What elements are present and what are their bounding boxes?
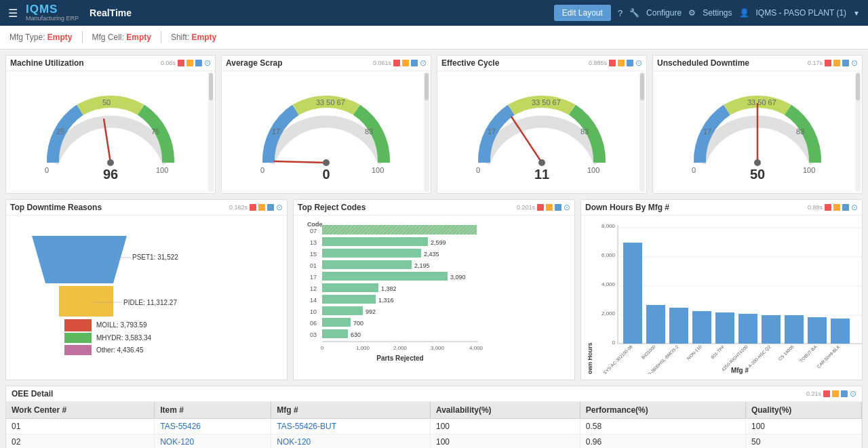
svg-text:2,599: 2,599: [431, 239, 446, 246]
widget-controls-oee: 0.21s ⊙: [806, 389, 856, 399]
svg-text:13: 13: [310, 239, 317, 246]
svg-text:BIO1000: BIO1000: [641, 344, 656, 359]
svg-rect-32: [64, 345, 92, 355]
cell-item[interactable]: NOK-120: [155, 434, 271, 449]
mfg-cell-filter[interactable]: Mfg Cell: Empty: [92, 31, 161, 43]
user-icon: 👤: [739, 8, 749, 18]
cell-item[interactable]: TAS-55426: [155, 419, 271, 434]
svg-text:1,316: 1,316: [378, 297, 394, 304]
settings-link[interactable]: Settings: [703, 8, 732, 18]
svg-text:2,435: 2,435: [424, 251, 439, 258]
shift-filter[interactable]: Shift: Empty: [171, 31, 226, 43]
dh-settings[interactable]: ⊙: [851, 203, 858, 212]
svg-text:CAR-50#9-BLK: CAR-50#9-BLK: [816, 344, 841, 369]
scrollbar-scrap[interactable]: [424, 72, 429, 192]
menu-icon[interactable]: ☰: [8, 7, 18, 20]
scrap-settings[interactable]: ⊙: [420, 58, 427, 68]
widget-top-downtime: Top Downtime Reasons 0.162s ⊙: [5, 199, 288, 380]
svg-text:8,000: 8,000: [601, 223, 616, 229]
svg-text:2,195: 2,195: [414, 262, 430, 269]
configure-link[interactable]: Configure: [646, 8, 682, 18]
svg-text:Code: Code: [307, 221, 323, 228]
widget-header-machine: Machine Utilization 0.06s ⊙: [6, 56, 215, 71]
svg-text:10: 10: [310, 308, 317, 315]
widget-down-hours: Down Hours By Mfg # 0.88s ⊙ 8,000 6,000 …: [580, 199, 863, 380]
svg-rect-57: [322, 318, 351, 327]
svg-rect-49: [322, 272, 448, 281]
col-performance: Performance(%): [580, 402, 745, 419]
svg-text:0: 0: [321, 345, 324, 351]
dh-yellow: [833, 204, 840, 211]
svg-rect-45: [322, 249, 421, 258]
settings-icon[interactable]: ⊙: [204, 58, 211, 68]
svg-text:06: 06: [310, 320, 317, 327]
svg-text:15: 15: [310, 251, 317, 258]
help-button[interactable]: ?: [618, 8, 623, 18]
dh-blue: [842, 204, 849, 211]
effective-cycle-title: Effective Cycle: [441, 58, 499, 68]
header-right: Edit Layout ? 🔧 Configure ⚙ Settings 👤 I…: [554, 5, 860, 21]
user-dropdown-icon[interactable]: ▼: [853, 9, 860, 17]
mfg-type-filter[interactable]: Mfg Type: Empty: [9, 31, 83, 43]
cell-mfg[interactable]: TAS-55426-BUT: [271, 419, 431, 434]
svg-text:Parts Rejected: Parts Rejected: [376, 354, 423, 362]
svg-rect-51: [322, 283, 378, 292]
scrollbar-downtime[interactable]: [855, 72, 861, 192]
cell-availability: 100: [430, 419, 580, 434]
svg-text:6,000: 6,000: [601, 252, 616, 258]
svg-rect-99: [808, 317, 827, 344]
svg-text:14: 14: [310, 297, 317, 304]
oee-title: OEE Detail: [12, 389, 53, 399]
scrollbar-machine[interactable]: [208, 72, 214, 192]
svg-text:100: 100: [372, 166, 384, 174]
svg-text:0: 0: [260, 166, 264, 174]
svg-text:CS 14005: CS 14005: [777, 344, 795, 361]
scrollbar-cycle[interactable]: [639, 72, 645, 192]
widget-average-scrap: Average Scrap 0.061s ⊙ 0 17 83 33 50 67: [221, 55, 431, 194]
svg-text:MOILL: 3,793.59: MOILL: 3,793.59: [96, 321, 147, 329]
shift-label: Shift:: [171, 33, 189, 42]
svg-line-7: [274, 161, 326, 163]
widget-controls-downtime: 0.17s ⊙: [808, 58, 858, 68]
widget-controls-cycle: 0.885s ⊙: [589, 58, 642, 68]
cycle-time: 0.885s: [589, 60, 607, 66]
svg-rect-97: [762, 315, 781, 344]
svg-text:75: 75: [151, 127, 159, 136]
down-hours-time: 0.88s: [808, 204, 823, 211]
rj-settings[interactable]: ⊙: [564, 203, 570, 212]
svg-rect-79: [322, 225, 477, 235]
widget-unscheduled-downtime: Unscheduled Downtime 0.17s ⊙ 0 17 83 33: [652, 55, 863, 194]
dh-red: [825, 204, 831, 211]
effective-cycle-gauge: 0 17 83 33 50 67 100: [471, 88, 613, 176]
svg-text:17: 17: [703, 127, 711, 136]
td-settings[interactable]: ⊙: [276, 203, 283, 212]
yellow-icon: [186, 60, 193, 66]
cycle-settings[interactable]: ⊙: [635, 58, 642, 68]
machine-utilization-title: Machine Utilization: [10, 58, 84, 68]
edit-layout-button[interactable]: Edit Layout: [554, 5, 611, 21]
mfg-cell-label: Mfg Cell:: [92, 33, 124, 42]
widget-controls-scrap: 0.061s ⊙: [373, 58, 427, 68]
machine-utilization-gauge: 0 25 75 50 100: [39, 88, 182, 176]
unscheduled-downtime-gauge: 0 17 83 33 50 67 100: [686, 88, 829, 176]
svg-text:12: 12: [310, 285, 317, 292]
svg-point-8: [323, 159, 330, 166]
svg-text:3,090: 3,090: [450, 274, 466, 281]
top-reject-body: Code 2,599 2,435 2,195 3,090 1,382: [294, 216, 574, 380]
oee-settings[interactable]: ⊙: [850, 389, 856, 399]
svg-text:Mfg #: Mfg #: [731, 367, 749, 374]
reject-time: 0.201s: [517, 204, 535, 211]
svg-text:2,000: 2,000: [601, 310, 616, 317]
logo-text: IQMS: [26, 3, 79, 16]
svg-text:1,382: 1,382: [381, 285, 397, 292]
rj-yellow: [546, 204, 553, 211]
cell-mfg[interactable]: NOK-120: [271, 434, 431, 449]
widget-effective-cycle: Effective Cycle 0.885s ⊙ 0 17 83 33 50 6: [437, 55, 647, 194]
svg-rect-100: [831, 319, 850, 344]
machine-utilization-body: 0 25 75 50 100 96: [6, 71, 215, 193]
top-downtime-funnel: PSET1: 31,522 PIDLE: 11,312.27 MOILL: 3,…: [12, 222, 188, 371]
widget-header-top-downtime: Top Downtime Reasons 0.162s ⊙: [6, 200, 287, 216]
downtime-settings[interactable]: ⊙: [851, 58, 858, 68]
user-label[interactable]: IQMS - PASO PLANT (1): [756, 8, 847, 18]
dashboard-row3: OEE Detail 0.21s ⊙ Work Center # Item # …: [0, 386, 868, 448]
